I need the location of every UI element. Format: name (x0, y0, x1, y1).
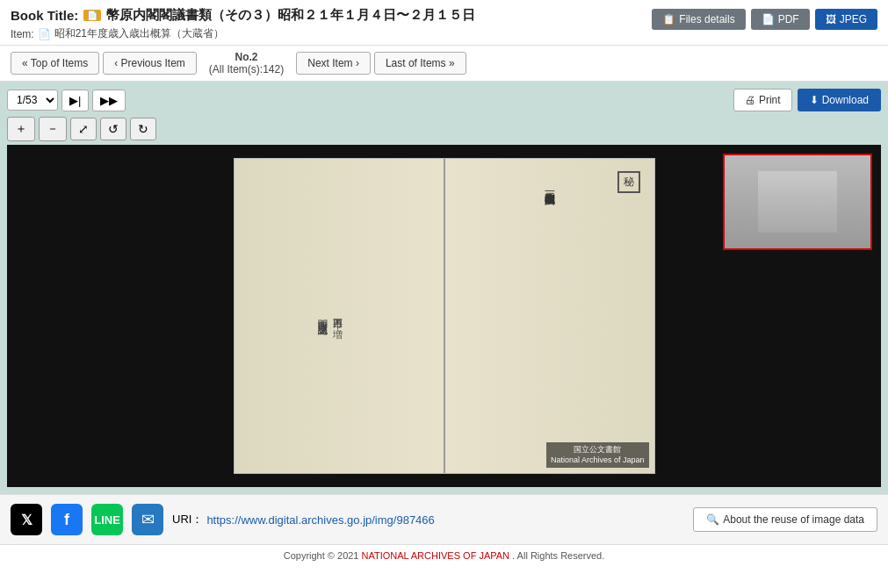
files-icon: 📋 (662, 13, 675, 25)
next-item-button[interactable]: Next Item › (296, 52, 371, 75)
thumbnail-doc (758, 171, 837, 233)
previous-item-button[interactable]: ‹ Previous Item (103, 52, 197, 75)
copyright-bar: Copyright © 2021 NATIONAL ARCHIVES OF JA… (0, 544, 888, 566)
item-line: Item: 📄 昭和21年度歳入歳出概算（大蔵省） (11, 26, 475, 41)
fullscreen-button[interactable]: ⤢ (70, 118, 97, 140)
reuse-button[interactable]: 🔍 About the reuse of image data (693, 507, 877, 532)
header: Book Title: 📄 幣原内閣閣議書類（その３）昭和２１年１月４日〜２月１… (0, 0, 888, 46)
jpeg-icon: 🖼 (826, 13, 836, 25)
last-page-button[interactable]: ▶▶ (92, 90, 126, 111)
image-controls: ＋ － ⤢ ↺ ↻ (7, 117, 881, 141)
book-title: Book Title: 📄 幣原内閣閣議書類（その３）昭和２１年１月４日〜２月１… (11, 7, 475, 24)
watermark: 国立公文書館National Archives of Japan (546, 442, 649, 468)
book-icon: 📄 (83, 10, 101, 21)
download-icon: ⬇ (810, 94, 819, 106)
secret-stamp: 秘 (617, 171, 640, 193)
mail-button[interactable]: ✉ (132, 504, 163, 535)
page-select[interactable]: 1/53 (7, 90, 58, 111)
line-button[interactable]: LINE (91, 504, 123, 535)
thumbnail-inner (725, 155, 870, 248)
social-bar: 𝕏 f LINE ✉ URI： https://www.digital.arch… (0, 494, 888, 544)
header-buttons: 📋 Files details 📄 PDF 🖼 JPEG (652, 9, 877, 30)
print-button[interactable]: 🖨 Print (733, 89, 792, 111)
top-of-items-button[interactable]: « Top of Items (11, 52, 99, 75)
search-icon: 🔍 (706, 513, 719, 526)
copyright-suffix: . All Rights Reserved. (512, 550, 604, 561)
twitter-x-button[interactable]: 𝕏 (11, 504, 42, 535)
toolbar-right: 🖨 Print ⬇ Download (733, 89, 881, 111)
toolbar-left: 1/53 ▶| ▶▶ (7, 90, 126, 111)
copyright-text: Copyright © 2021 (284, 550, 359, 561)
print-icon: 🖨 (745, 94, 755, 106)
last-of-items-button[interactable]: Last of Items » (374, 52, 466, 75)
rotate-left-button[interactable]: ↺ (100, 118, 126, 140)
files-details-button[interactable]: 📋 Files details (652, 9, 745, 30)
item-icon: 📄 (38, 28, 51, 40)
viewer-wrapper: 1/53 ▶| ▶▶ 🖨 Print ⬇ Download ＋ － ⤢ ↺ ↻ (0, 82, 888, 494)
rotate-right-button[interactable]: ↻ (130, 118, 156, 140)
doc-left-text: 三千万円 増内閣 財政 議連認之 (314, 312, 345, 321)
viewer-toolbar: 1/53 ▶| ▶▶ 🖨 Print ⬇ Download (7, 89, 881, 111)
pdf-icon: 📄 (762, 13, 775, 25)
uri-area: URI： https://www.digital.archives.go.jp/… (172, 512, 435, 527)
item-label: Item: (11, 28, 34, 40)
navigation-bar: « Top of Items ‹ Previous Item No.2 (All… (0, 46, 888, 82)
uri-link[interactable]: https://www.digital.archives.go.jp/img/9… (206, 513, 434, 527)
facebook-button[interactable]: f (51, 504, 83, 535)
next-page-button[interactable]: ▶| (61, 90, 89, 111)
uri-label: URI： (172, 512, 203, 527)
page-number-display: No.2 (All Item(s):142) (209, 51, 284, 75)
book-title-label: Book Title: (11, 8, 78, 23)
copyright-link[interactable]: NATIONAL ARCHIVES OF JAPAN (362, 550, 510, 561)
jpeg-button[interactable]: 🖼 JPEG (815, 9, 877, 30)
download-button[interactable]: ⬇ Download (798, 89, 881, 111)
pdf-button[interactable]: 📄 PDF (751, 9, 810, 30)
book-title-text: 幣原内閣閣議書類（その３）昭和２１年１月４日〜２月１５日 (106, 7, 475, 24)
zoom-out-button[interactable]: － (39, 117, 67, 141)
zoom-in-button[interactable]: ＋ (7, 117, 35, 141)
thumbnail-overlay (723, 154, 872, 250)
document-viewer: 三千万円 増内閣 財政 議連認之 秘 昭和二十一年度歳入歳出概算 国立公文書館N… (7, 145, 881, 487)
item-text: 昭和21年度歳入歳出概算（大蔵省） (54, 26, 224, 41)
